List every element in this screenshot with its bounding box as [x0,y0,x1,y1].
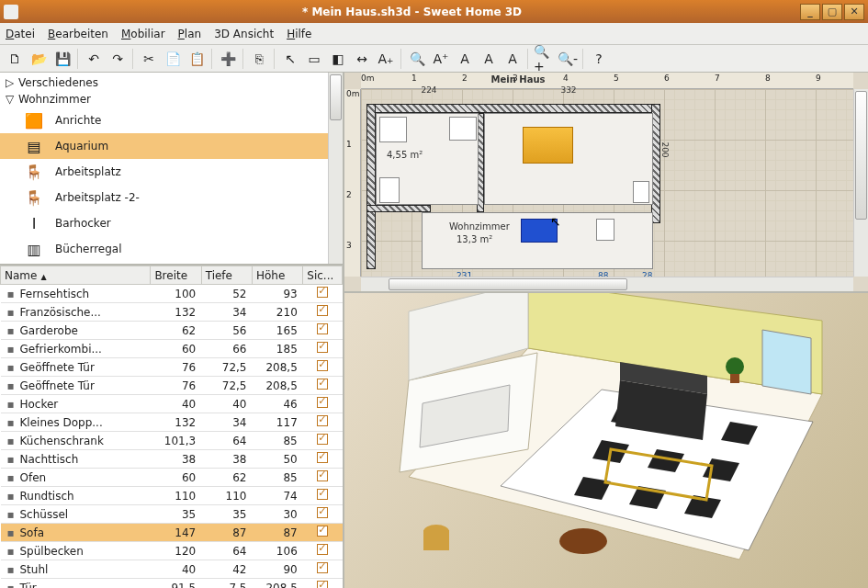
plan-item[interactable] [633,181,649,203]
menu-hilfe[interactable]: Hilfe [287,28,311,40]
furniture-icon: ▪ [5,545,17,558]
redo-button[interactable]: ↷ [107,48,129,70]
plan-item[interactable] [596,219,614,241]
catalog-item[interactable]: ▤Aquarium [0,133,343,159]
ruler-tick: 8 [765,74,771,83]
zoom-out-button[interactable]: 🔍- [557,48,579,70]
table-row[interactable]: ▪Kleines Dopp...13234117 [1,413,343,432]
catalog-item[interactable]: 🟧Anrichte [0,107,343,133]
ruler-tick: 6 [664,74,670,83]
table-row[interactable]: ▪Gefrierkombi...6066185 [1,340,343,358]
save-file-button[interactable]: 💾 [51,48,73,70]
visible-checkbox[interactable] [317,397,328,408]
visible-checkbox[interactable] [317,305,328,316]
catalog-item[interactable]: ΙBarhocker [0,210,343,236]
copy-button[interactable]: 📄 [162,48,184,70]
visible-checkbox[interactable] [317,323,328,334]
cut-button[interactable]: ✂ [138,48,160,70]
visible-checkbox[interactable] [317,342,328,353]
furniture-table[interactable]: NameBreiteTiefeHöheSic...▪Fernsehtisch10… [0,266,343,588]
ruler-tick: 0m [361,74,375,83]
visible-checkbox[interactable] [317,581,328,588]
table-row[interactable]: ▪Schüssel353530 [1,505,343,524]
paste-button[interactable]: 📋 [186,48,208,70]
plan-item[interactable] [449,117,477,141]
menu-3d-ansicht[interactable]: 3D Ansicht [214,28,274,40]
undo-button[interactable]: ↶ [83,48,105,70]
plan-item-bed[interactable] [523,127,573,164]
menu-datei[interactable]: Datei [6,28,35,40]
visible-checkbox[interactable] [317,452,328,463]
visible-checkbox[interactable] [317,434,328,445]
plan-scrollbar-h[interactable] [361,277,853,291]
zoom-text-plus-button[interactable]: A⁺ [430,48,452,70]
visible-checkbox[interactable] [317,544,328,555]
plan-house[interactable]: 224 332 200 231 88 28 Mein Haus 4,55 m² … [366,95,660,269]
visible-checkbox[interactable] [317,379,328,390]
catalog-item[interactable]: 🪑Arbeitsplatz -2- [0,185,343,210]
plan-view[interactable]: 0m123456789 0m123 224 332 200 231 [344,73,868,293]
col-hoehe[interactable]: Höhe [252,266,302,285]
open-file-button[interactable]: 📂 [28,48,50,70]
furniture-catalog[interactable]: ▷ Verschiedenes▽ Wohnzimmer🟧Anrichte▤Aqu… [0,73,343,266]
room-area: 4,55 m² [387,150,423,160]
table-row[interactable]: ▪Rundtisch11011074 [1,487,343,505]
window-close-button[interactable]: ✕ [844,4,864,20]
text-style-a-button[interactable]: A [454,48,476,70]
import-furniture-button[interactable]: ⎘ [248,48,270,70]
menu-mobiliar[interactable]: Mobiliar [121,28,165,40]
window-maximize-button[interactable]: ▢ [822,4,842,20]
table-row[interactable]: ▪Ofen606285 [1,469,343,487]
create-dimension-button[interactable]: ↔ [351,48,373,70]
select-tool-button[interactable]: ↖ [279,48,301,70]
visible-checkbox[interactable] [317,470,328,481]
visible-checkbox[interactable] [317,489,328,500]
dim-label: 332 [484,85,653,95]
new-file-button[interactable]: 🗋 [4,48,26,70]
create-wall-button[interactable]: ▭ [303,48,325,70]
table-row[interactable]: ▪Sofa1478787 [1,524,343,542]
zoom-plus-button[interactable]: 🔍 [406,48,428,70]
visible-checkbox[interactable] [317,415,328,426]
help-button[interactable]: ? [588,48,610,70]
catalog-item[interactable]: 🪑Arbeitsplatz [0,159,343,185]
plan-item[interactable] [379,177,400,203]
catalog-scrollbar[interactable] [328,73,343,264]
text-style-b-button[interactable]: A [478,48,500,70]
table-row[interactable]: ▪Geöffnete Tür7672,5208,5 [1,377,343,395]
table-row[interactable]: ▪Stuhl404290 [1,560,343,579]
catalog-item-icon: ▤ [18,135,50,157]
table-row[interactable]: ▪Fernsehtisch1005293 [1,285,343,303]
table-row[interactable]: ▪Hocker404046 [1,395,343,413]
3d-view[interactable] [344,293,868,588]
add-text-button[interactable]: A₊ [375,48,397,70]
col-tiefe[interactable]: Tiefe [201,266,252,285]
visible-checkbox[interactable] [317,507,328,518]
table-row[interactable]: ▪Spülbecken12064106 [1,542,343,560]
col-sichtbar[interactable]: Sic... [303,266,343,285]
visible-checkbox[interactable] [317,360,328,371]
catalog-category[interactable]: ▽ Wohnzimmer [0,91,343,107]
plan-scrollbar-v[interactable] [853,89,868,277]
table-row[interactable]: ▪Garderobe6256165 [1,322,343,340]
visible-checkbox[interactable] [317,526,328,537]
col-breite[interactable]: Breite [151,266,201,285]
visible-checkbox[interactable] [317,287,328,298]
table-row[interactable]: ▪Französische...13234210 [1,303,343,322]
text-style-i-button[interactable]: A [502,48,524,70]
table-row[interactable]: ▪Tür91,57,5208,5 [1,579,343,589]
table-row[interactable]: ▪Geöffnete Tür7672,5208,5 [1,358,343,377]
menu-plan[interactable]: Plan [178,28,202,40]
table-row[interactable]: ▪Nachttisch383850 [1,450,343,469]
catalog-category[interactable]: ▷ Verschiedenes [0,74,343,91]
plan-item[interactable] [379,117,407,142]
add-furniture-button[interactable]: ➕ [217,48,239,70]
zoom-in-button[interactable]: 🔍+ [533,48,555,70]
visible-checkbox[interactable] [317,562,328,573]
menu-bearbeiten[interactable]: Bearbeiten [48,28,108,40]
col-name[interactable]: Name [1,266,151,285]
table-row[interactable]: ▪Küchenschrank101,36485 [1,432,343,450]
catalog-item[interactable]: ▥Bücherregal [0,236,343,262]
create-room-button[interactable]: ◧ [327,48,349,70]
window-minimize-button[interactable]: _ [800,4,820,20]
